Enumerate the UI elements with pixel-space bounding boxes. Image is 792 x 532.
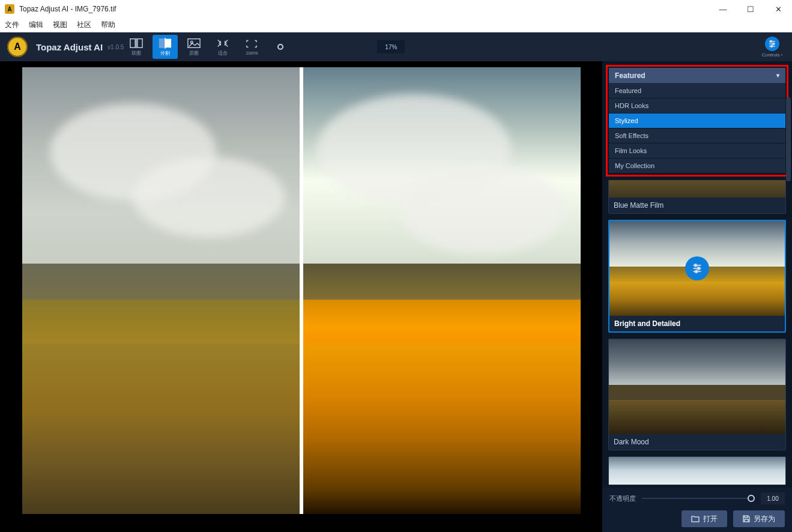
- menu-community[interactable]: 社区: [72, 18, 96, 32]
- category-dropdown-list: FeaturedHDR LooksStylizedSoft EffectsFil…: [609, 83, 785, 174]
- sidebar-scrollbar[interactable]: [786, 97, 791, 181]
- view-mode-single-button[interactable]: 原图: [181, 35, 207, 59]
- menu-view[interactable]: 视图: [48, 18, 72, 32]
- menu-bar: 文件 编辑 视图 社区 帮助: [0, 18, 792, 32]
- opacity-value[interactable]: 1.00: [761, 492, 785, 504]
- category-option-soft-effects[interactable]: Soft Effects: [609, 128, 785, 144]
- preset-dark-mood[interactable]: Dark Mood: [608, 339, 786, 450]
- before-image: [22, 67, 300, 514]
- open-button[interactable]: 打开: [682, 510, 727, 527]
- opacity-slider[interactable]: [642, 498, 755, 499]
- category-option-film-looks[interactable]: Film Looks: [609, 144, 785, 159]
- preset-next[interactable]: [608, 456, 786, 485]
- menu-help[interactable]: 帮助: [96, 18, 120, 32]
- menu-edit[interactable]: 编辑: [24, 18, 48, 32]
- category-option-featured[interactable]: Featured: [609, 83, 785, 98]
- adjust-preset-icon[interactable]: [685, 256, 709, 280]
- svg-point-9: [770, 40, 772, 42]
- save-as-button[interactable]: 另存为: [733, 510, 785, 527]
- view-mode-split-button[interactable]: 分割: [153, 35, 178, 59]
- presets-sidebar: Featured ▾ FeaturedHDR LooksStylizedSoft…: [602, 61, 792, 532]
- preset-bright-and-detailed[interactable]: Bright and Detailed: [608, 220, 786, 333]
- preset-blue-matte-film[interactable]: Blue Matte Film: [608, 180, 786, 214]
- view-mode-original-toggle[interactable]: [268, 35, 293, 59]
- svg-point-11: [773, 43, 775, 44]
- presets-list: Blue Matte Film Bright and Detailed: [602, 180, 792, 488]
- svg-point-15: [695, 264, 697, 267]
- svg-point-17: [698, 267, 700, 270]
- svg-rect-0: [130, 38, 135, 47]
- zoom-level[interactable]: 17%: [377, 40, 405, 53]
- view-mode-dual-button[interactable]: 双图: [124, 35, 149, 59]
- window-close-button[interactable]: ✕: [764, 0, 792, 18]
- svg-rect-1: [138, 38, 142, 47]
- app-logo-icon: A: [7, 37, 28, 57]
- view-mode-100-button[interactable]: 100%: [239, 35, 264, 59]
- category-option-stylized[interactable]: Stylized: [609, 113, 785, 128]
- opacity-slider-thumb[interactable]: [748, 495, 755, 502]
- category-option-my-collection[interactable]: My Collection: [609, 159, 785, 174]
- app-version: v1.0.5: [107, 44, 124, 50]
- window-title: Topaz Adjust AI - IMG_7976.tif: [19, 5, 116, 13]
- app-toolbar: A Topaz Adjust AI v1.0.5 双图 分割 原图 适合 1: [0, 32, 792, 61]
- sidebar-bottom-bar: 不透明度 1.00 打开 另存为: [602, 488, 792, 532]
- svg-point-13: [771, 45, 773, 47]
- image-canvas[interactable]: [0, 61, 602, 532]
- category-option-hdr-looks[interactable]: HDR Looks: [609, 98, 785, 113]
- svg-point-19: [695, 270, 698, 273]
- app-title: Topaz Adjust AI: [36, 42, 103, 52]
- after-image: [303, 67, 581, 514]
- view-mode-fit-button[interactable]: 适合: [210, 35, 235, 59]
- controls-panel-button[interactable]: Controls ›: [760, 37, 785, 58]
- circle-icon: [277, 44, 283, 50]
- category-dropdown-header[interactable]: Featured ▾: [609, 68, 785, 83]
- menu-file[interactable]: 文件: [0, 18, 24, 32]
- svg-rect-4: [159, 38, 165, 47]
- category-dropdown-highlight: Featured ▾ FeaturedHDR LooksStylizedSoft…: [606, 65, 788, 177]
- app-window-icon: A: [5, 4, 14, 14]
- window-maximize-button[interactable]: ☐: [737, 0, 764, 18]
- filter-icon: ▾: [776, 72, 779, 79]
- window-titlebar: A Topaz Adjust AI - IMG_7976.tif — ☐ ✕: [0, 0, 792, 18]
- window-minimize-button[interactable]: —: [709, 0, 737, 18]
- opacity-label: 不透明度: [609, 494, 636, 503]
- sliders-icon: [765, 37, 779, 51]
